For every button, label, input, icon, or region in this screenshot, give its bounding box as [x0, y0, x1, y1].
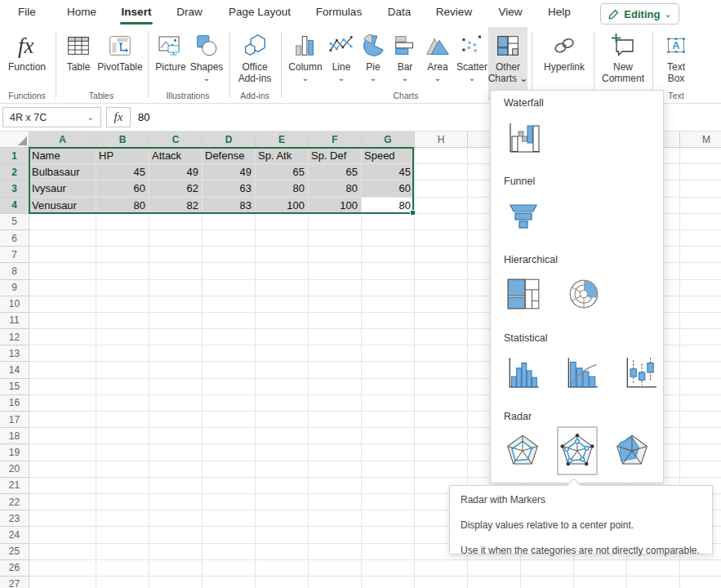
- row-header-1[interactable]: 1: [0, 148, 29, 164]
- scatter-chart-button[interactable]: Scatter ⌄: [454, 27, 490, 100]
- cell-K27[interactable]: [574, 577, 627, 588]
- cell-G4[interactable]: 80: [362, 198, 415, 214]
- cell-E19[interactable]: [256, 444, 309, 461]
- cell-B11[interactable]: [96, 313, 149, 329]
- cell-F5[interactable]: [309, 214, 362, 230]
- cell-F24[interactable]: [309, 527, 362, 543]
- column-header-G[interactable]: G: [362, 131, 415, 148]
- cell-A22[interactable]: [29, 494, 96, 510]
- cell-D15[interactable]: [203, 379, 256, 395]
- cell-E3[interactable]: 80: [256, 180, 309, 197]
- cell-H15[interactable]: [415, 379, 468, 395]
- cell-E9[interactable]: [256, 280, 309, 296]
- cell-C3[interactable]: 62: [149, 180, 203, 197]
- area-chart-button[interactable]: Area ⌄: [421, 27, 454, 100]
- menu-item-help[interactable]: Help: [548, 6, 571, 18]
- cell-B12[interactable]: [96, 329, 149, 345]
- cell-D9[interactable]: [203, 280, 256, 296]
- cell-G7[interactable]: [362, 247, 415, 263]
- cell-E15[interactable]: [256, 379, 309, 395]
- cell-C22[interactable]: [149, 494, 203, 510]
- cell-H13[interactable]: [415, 345, 468, 362]
- cell-C7[interactable]: [149, 247, 203, 263]
- cell-H6[interactable]: [415, 230, 468, 247]
- cell-M11[interactable]: [680, 313, 721, 329]
- cell-B21[interactable]: [96, 478, 149, 494]
- cell-C1[interactable]: Attack: [149, 148, 203, 164]
- column-header-C[interactable]: C: [149, 131, 203, 148]
- column-header-F[interactable]: F: [309, 131, 362, 148]
- cell-E22[interactable]: [256, 494, 309, 510]
- cell-B4[interactable]: 80: [96, 198, 149, 214]
- cell-B14[interactable]: [96, 362, 149, 378]
- formula-input[interactable]: 80: [138, 107, 149, 127]
- cell-E7[interactable]: [256, 247, 309, 263]
- cell-G2[interactable]: 45: [362, 164, 415, 180]
- name-box[interactable]: 4R x 7C ⌄: [2, 107, 101, 127]
- cell-H27[interactable]: [415, 577, 468, 588]
- cell-D20[interactable]: [203, 461, 256, 478]
- cell-M3[interactable]: [680, 180, 721, 197]
- cell-E25[interactable]: [256, 544, 309, 560]
- cell-L26[interactable]: [627, 560, 680, 577]
- pareto-chart-option[interactable]: [563, 353, 600, 392]
- cell-G24[interactable]: [362, 527, 415, 543]
- cell-G13[interactable]: [362, 345, 415, 362]
- cell-H19[interactable]: [415, 444, 468, 461]
- menu-item-page-layout[interactable]: Page Layout: [229, 6, 291, 18]
- cell-M18[interactable]: [680, 428, 721, 444]
- cell-E11[interactable]: [256, 313, 309, 329]
- cell-B18[interactable]: [96, 428, 149, 444]
- cell-D23[interactable]: [203, 510, 256, 527]
- cell-D16[interactable]: [203, 395, 256, 412]
- column-header-B[interactable]: B: [96, 131, 149, 148]
- fill-handle[interactable]: [410, 210, 416, 216]
- cell-D24[interactable]: [203, 527, 256, 543]
- cell-B9[interactable]: [96, 280, 149, 296]
- cell-C13[interactable]: [149, 345, 203, 362]
- cell-M7[interactable]: [680, 247, 721, 263]
- cell-E20[interactable]: [256, 461, 309, 478]
- cell-F22[interactable]: [309, 494, 362, 510]
- row-header-20[interactable]: 20: [0, 461, 29, 478]
- cell-A13[interactable]: [29, 345, 96, 362]
- row-header-21[interactable]: 21: [0, 478, 29, 494]
- cell-F15[interactable]: [309, 379, 362, 395]
- cell-G20[interactable]: [362, 461, 415, 478]
- cell-H5[interactable]: [415, 214, 468, 230]
- row-header-17[interactable]: 17: [0, 412, 29, 428]
- cell-G21[interactable]: [362, 478, 415, 494]
- cell-E12[interactable]: [256, 329, 309, 345]
- cell-F27[interactable]: [309, 577, 362, 588]
- cell-A5[interactable]: [29, 214, 96, 230]
- row-header-18[interactable]: 18: [0, 428, 29, 444]
- cell-F7[interactable]: [309, 247, 362, 263]
- cell-F12[interactable]: [309, 329, 362, 345]
- menu-item-home[interactable]: Home: [67, 6, 96, 18]
- cell-A17[interactable]: [29, 412, 96, 428]
- cell-E26[interactable]: [256, 560, 309, 577]
- cell-A14[interactable]: [29, 362, 96, 378]
- row-header-23[interactable]: 23: [0, 510, 29, 527]
- cell-J26[interactable]: [521, 560, 574, 577]
- row-header-10[interactable]: 10: [0, 296, 29, 313]
- funnel-chart-option[interactable]: [504, 196, 543, 235]
- cell-G12[interactable]: [362, 329, 415, 345]
- cell-F8[interactable]: [309, 263, 362, 279]
- cell-D27[interactable]: [203, 577, 256, 588]
- cell-F3[interactable]: 80: [309, 180, 362, 197]
- cell-D6[interactable]: [203, 230, 256, 247]
- radar-chart-option[interactable]: [504, 431, 541, 470]
- cell-M19[interactable]: [680, 444, 721, 461]
- column-chart-button[interactable]: Column ⌄: [286, 27, 325, 100]
- cell-F13[interactable]: [309, 345, 362, 362]
- cell-M4[interactable]: [680, 198, 721, 214]
- menu-item-file[interactable]: File: [18, 6, 36, 18]
- cell-D1[interactable]: Defense: [203, 148, 256, 164]
- cell-G22[interactable]: [362, 494, 415, 510]
- cell-A18[interactable]: [29, 428, 96, 444]
- row-header-13[interactable]: 13: [0, 345, 29, 362]
- cell-B2[interactable]: 45: [96, 164, 149, 180]
- cell-E8[interactable]: [256, 263, 309, 279]
- cell-H4[interactable]: [415, 198, 468, 214]
